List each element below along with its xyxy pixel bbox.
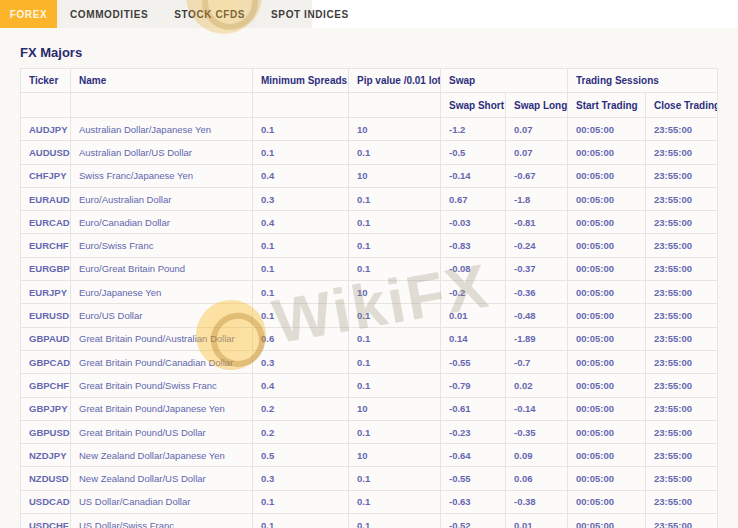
table-row: AUDUSDAustralian Dollar/US Dollar0.10.1-…: [21, 141, 718, 164]
header-start-trading: Start Trading: [568, 93, 646, 118]
cell-min-spread: 0.3: [253, 350, 349, 373]
category-tabstrip: FOREX COMMODITIES STOCK CFDS SPOT INDICE…: [0, 0, 312, 28]
cell-name: Great Britain Pound/Canadian Dollar: [71, 350, 253, 373]
header-trading-sessions-group: Trading Sessions: [568, 69, 718, 93]
cell-name: Euro/Great Britain Pound: [71, 257, 253, 280]
cell-start-trading: 00:05:00: [568, 397, 646, 420]
cell-min-spread: 0.2: [253, 397, 349, 420]
cell-swap-long: -0.48: [506, 304, 568, 327]
cell-start-trading: 00:05:00: [568, 164, 646, 187]
cell-pip-value: 0.1: [349, 420, 441, 443]
header-ticker-spacer: [21, 93, 71, 118]
cell-start-trading: 00:05:00: [568, 444, 646, 467]
cell-start-trading: 00:05:00: [568, 211, 646, 234]
cell-close-trading: 23:55:00: [646, 257, 718, 280]
table-header: Ticker Name Minimum Spreads Pip value /0…: [21, 69, 718, 118]
cell-start-trading: 00:05:00: [568, 141, 646, 164]
table-row: CHFJPYSwiss Franc/Japanese Yen0.410-0.14…: [21, 164, 718, 187]
tab-stock-cfds[interactable]: STOCK CFDS: [161, 0, 258, 28]
cell-min-spread: 0.4: [253, 211, 349, 234]
cell-ticker: EURAUD: [21, 187, 71, 210]
cell-pip-value: 0.1: [349, 514, 441, 528]
cell-close-trading: 23:55:00: [646, 514, 718, 528]
cell-close-trading: 23:55:00: [646, 327, 718, 350]
cell-ticker: USDCAD: [21, 490, 71, 513]
cell-name: Great Britain Pound/Australian Dollar: [71, 327, 253, 350]
cell-pip-value: 10: [349, 281, 441, 304]
cell-ticker: EURCAD: [21, 211, 71, 234]
category-tabbar: FOREX COMMODITIES STOCK CFDS SPOT INDICE…: [0, 0, 738, 28]
cell-swap-short: 0.01: [441, 304, 506, 327]
cell-swap-long: -0.37: [506, 257, 568, 280]
cell-min-spread: 0.4: [253, 164, 349, 187]
cell-ticker: GBPJPY: [21, 397, 71, 420]
cell-swap-long: -1.8: [506, 187, 568, 210]
cell-close-trading: 23:55:00: [646, 490, 718, 513]
cell-close-trading: 23:55:00: [646, 444, 718, 467]
cell-swap-long: 0.07: [506, 118, 568, 141]
cell-start-trading: 00:05:00: [568, 187, 646, 210]
cell-swap-short: 0.67: [441, 187, 506, 210]
header-ticker: Ticker: [21, 69, 71, 93]
cell-min-spread: 0.1: [253, 141, 349, 164]
cell-name: Euro/US Dollar: [71, 304, 253, 327]
cell-swap-short: -0.63: [441, 490, 506, 513]
instrument-specs-screen: FOREX COMMODITIES STOCK CFDS SPOT INDICE…: [0, 0, 738, 528]
cell-swap-short: -0.79: [441, 374, 506, 397]
cell-swap-long: -0.24: [506, 234, 568, 257]
cell-pip-value: 0.1: [349, 490, 441, 513]
tab-spot-indices[interactable]: SPOT INDICES: [258, 0, 362, 28]
cell-min-spread: 0.5: [253, 444, 349, 467]
cell-close-trading: 23:55:00: [646, 211, 718, 234]
cell-swap-short: -0.55: [441, 467, 506, 490]
page-title: FX Majors: [20, 45, 718, 60]
cell-close-trading: 23:55:00: [646, 374, 718, 397]
cell-pip-value: 0.1: [349, 141, 441, 164]
cell-ticker: AUDJPY: [21, 118, 71, 141]
table-row: AUDJPYAustralian Dollar/Japanese Yen0.11…: [21, 118, 718, 141]
cell-pip-value: 0.1: [349, 374, 441, 397]
cell-ticker: NZDUSD: [21, 467, 71, 490]
cell-close-trading: 23:55:00: [646, 420, 718, 443]
cell-swap-short: -0.5: [441, 141, 506, 164]
table-row: GBPCHFGreat Britain Pound/Swiss Franc0.4…: [21, 374, 718, 397]
cell-pip-value: 0.1: [349, 187, 441, 210]
cell-swap-short: -0.23: [441, 420, 506, 443]
cell-ticker: AUDUSD: [21, 141, 71, 164]
tab-forex[interactable]: FOREX: [0, 0, 57, 28]
cell-start-trading: 00:05:00: [568, 327, 646, 350]
table-row: USDCHFUS Dollar/Swiss Franc0.10.1-0.520.…: [21, 514, 718, 528]
fx-majors-table: Ticker Name Minimum Spreads Pip value /0…: [20, 68, 718, 528]
cell-min-spread: 0.1: [253, 257, 349, 280]
cell-min-spread: 0.4: [253, 374, 349, 397]
cell-ticker: GBPCAD: [21, 350, 71, 373]
cell-pip-value: 10: [349, 444, 441, 467]
cell-name: Euro/Australian Dollar: [71, 187, 253, 210]
header-minimum-spreads: Minimum Spreads: [253, 69, 349, 93]
cell-swap-long: -0.67: [506, 164, 568, 187]
header-swap-group: Swap: [441, 69, 568, 93]
tab-commodities[interactable]: COMMODITIES: [57, 0, 161, 28]
cell-name: Australian Dollar/Japanese Yen: [71, 118, 253, 141]
header-min-spread-spacer: [253, 93, 349, 118]
cell-min-spread: 0.1: [253, 118, 349, 141]
table-row: EURGBPEuro/Great Britain Pound0.10.1-0.0…: [21, 257, 718, 280]
cell-name: US Dollar/Canadian Dollar: [71, 490, 253, 513]
cell-swap-short: -0.14: [441, 164, 506, 187]
cell-start-trading: 00:05:00: [568, 467, 646, 490]
cell-ticker: EURJPY: [21, 281, 71, 304]
cell-start-trading: 00:05:00: [568, 350, 646, 373]
cell-pip-value: 0.1: [349, 211, 441, 234]
cell-start-trading: 00:05:00: [568, 234, 646, 257]
cell-swap-short: -0.83: [441, 234, 506, 257]
cell-swap-short: -0.2: [441, 281, 506, 304]
table-body: AUDJPYAustralian Dollar/Japanese Yen0.11…: [21, 118, 718, 528]
cell-min-spread: 0.2: [253, 420, 349, 443]
cell-name: US Dollar/Swiss Franc: [71, 514, 253, 528]
cell-name: Euro/Japanese Yen: [71, 281, 253, 304]
cell-name: Swiss Franc/Japanese Yen: [71, 164, 253, 187]
table-row: EURCHFEuro/Swiss Franc0.10.1-0.83-0.2400…: [21, 234, 718, 257]
cell-start-trading: 00:05:00: [568, 118, 646, 141]
cell-swap-short: -1.2: [441, 118, 506, 141]
cell-pip-value: 10: [349, 118, 441, 141]
